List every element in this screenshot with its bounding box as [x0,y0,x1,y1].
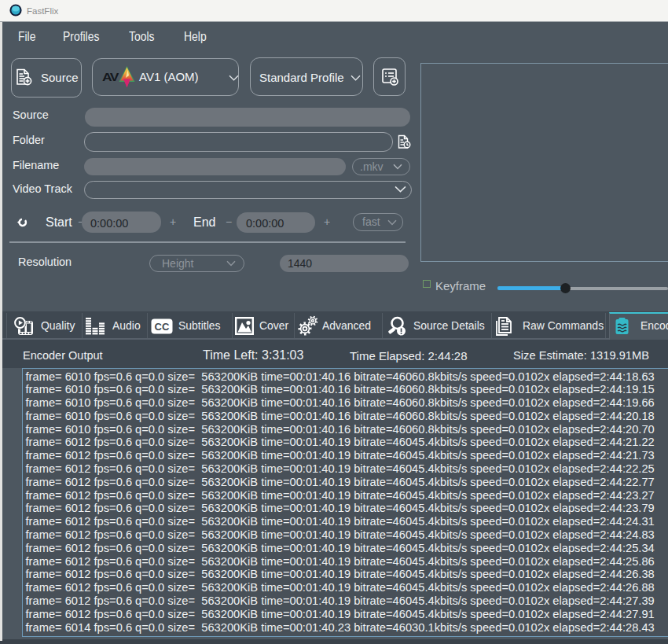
svg-text:CC: CC [155,321,170,333]
